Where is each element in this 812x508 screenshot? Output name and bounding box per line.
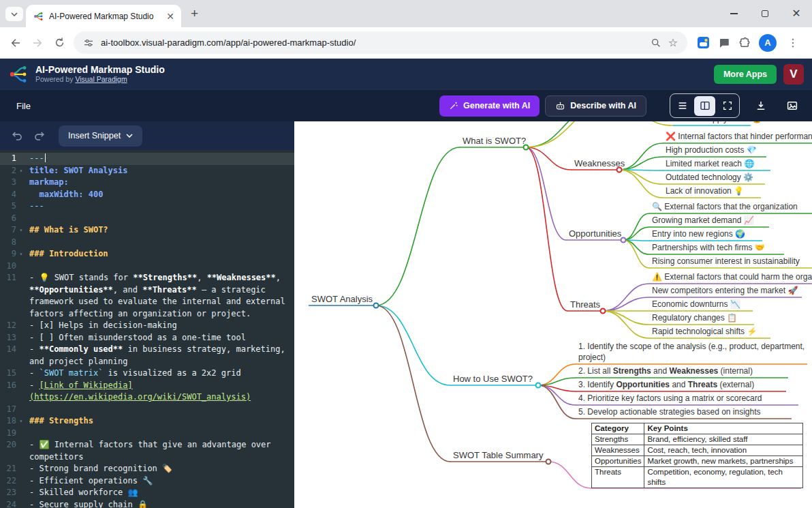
editor-line[interactable]: 9▾### Introduction bbox=[0, 248, 294, 260]
extensions-puzzle-icon[interactable] bbox=[738, 37, 751, 49]
mindmap-canvas[interactable]: SWOT AnalysisWhat is SWOT?WeaknessesOppo… bbox=[294, 121, 812, 508]
browser-tab[interactable]: AI-Powered Markmap Studio ✕ bbox=[26, 5, 181, 27]
editor-line-content[interactable] bbox=[26, 213, 286, 225]
mindmap-root[interactable]: SWOT Analysis bbox=[311, 294, 373, 305]
editor-line[interactable]: 17 bbox=[0, 404, 294, 416]
insert-snippet-button[interactable]: Insert Snippet bbox=[59, 125, 142, 147]
redo-button[interactable] bbox=[31, 128, 46, 143]
editor-line-content[interactable]: maxWidth: 400 bbox=[26, 189, 286, 201]
site-settings-icon[interactable] bbox=[83, 38, 94, 48]
tab-close-icon[interactable]: ✕ bbox=[166, 11, 174, 22]
fold-arrow-icon[interactable]: ▾ bbox=[16, 248, 26, 260]
mindmap-leaf[interactable]: 3. Identify Opportunities and Threats (e… bbox=[578, 380, 754, 391]
extension-icon[interactable] bbox=[697, 36, 710, 49]
close-button[interactable]: ✕ bbox=[781, 0, 812, 27]
editor-line[interactable]: 8 bbox=[0, 237, 294, 249]
split-view-button[interactable] bbox=[694, 96, 715, 116]
editor-line[interactable]: 5--- bbox=[0, 200, 294, 213]
editor-line-content[interactable]: ### Introduction bbox=[26, 248, 286, 260]
mindmap-leaf[interactable]: Regulatory changes 📋 bbox=[652, 313, 737, 324]
visual-paradigm-link[interactable]: Visual Paradigm bbox=[75, 75, 127, 83]
mindmap-leaf[interactable]: Growing market demand 📈 bbox=[652, 215, 754, 226]
more-apps-button[interactable]: More Apps bbox=[714, 65, 777, 84]
back-button[interactable] bbox=[8, 35, 23, 50]
editor-line-content[interactable]: - **Commonly used** in business strategy… bbox=[26, 344, 286, 368]
fullscreen-button[interactable] bbox=[717, 96, 738, 116]
editor-line[interactable]: 15- `SWOT matrix` is visualized as a 2x2… bbox=[0, 368, 294, 380]
undo-button[interactable] bbox=[10, 128, 25, 143]
node-toggle-dot[interactable] bbox=[374, 303, 379, 308]
editor-line[interactable]: 19 bbox=[0, 428, 294, 440]
editor-line[interactable]: 23- Skilled workforce 👥 bbox=[0, 487, 294, 499]
editor-line[interactable]: 24- Secure supply chain 🔒 bbox=[0, 499, 294, 508]
outline-view-button[interactable] bbox=[672, 96, 693, 116]
mindmap-leaf[interactable]: Entry into new regions 🌍 bbox=[652, 229, 745, 240]
fold-arrow-icon[interactable]: ▾ bbox=[16, 165, 26, 177]
omnibox[interactable]: ai-toolbox.visual-paradigm.com/app/ai-po… bbox=[74, 31, 687, 54]
mindmap-branch-table-summary[interactable]: SWOT Table Summary bbox=[453, 450, 543, 461]
mindmap-leaf[interactable]: 2. List all Strengths and Weaknesses (in… bbox=[578, 366, 753, 377]
bookmark-star-icon[interactable]: ☆ bbox=[668, 36, 678, 49]
editor-line-content[interactable]: - Skilled workforce 👥 bbox=[26, 487, 286, 499]
mindmap-branch-threats[interactable]: Threats bbox=[570, 299, 600, 310]
mindmap-leaf[interactable]: Partnerships with tech firms 🤝 bbox=[652, 243, 765, 254]
mindmap-leaf[interactable]: ❌ Internal factors that hinder performan… bbox=[666, 132, 812, 143]
editor-line-content[interactable] bbox=[26, 428, 286, 440]
mindmap-leaf[interactable]: 🔍 External factors that the organization bbox=[652, 202, 798, 213]
minimize-button[interactable] bbox=[718, 0, 749, 27]
maximize-button[interactable] bbox=[749, 0, 781, 27]
editor-line[interactable]: 3markmap: bbox=[0, 177, 294, 189]
editor-line-content[interactable] bbox=[26, 237, 286, 249]
editor-line[interactable]: 4 maxWidth: 400 bbox=[0, 189, 294, 201]
export-image-button[interactable] bbox=[782, 95, 802, 116]
editor-line-content[interactable]: - [x] Helps in decision-making bbox=[26, 320, 286, 332]
mindmap-leaf[interactable]: Outdated technology ⚙️ bbox=[666, 173, 753, 183]
mindmap-leaf[interactable]: Limited market reach 🌐 bbox=[666, 159, 754, 170]
download-button[interactable] bbox=[751, 95, 771, 116]
profile-avatar[interactable]: A bbox=[759, 34, 777, 52]
editor-line-content[interactable]: - [ ] Often misunderstood as a one-time … bbox=[26, 332, 286, 344]
mindmap-leaf[interactable]: Rising consumer interest in sustainabili… bbox=[652, 256, 800, 267]
fold-arrow-icon[interactable]: ▾ bbox=[16, 224, 26, 237]
editor-line[interactable]: 10 bbox=[0, 260, 294, 273]
editor-line-content[interactable]: --- bbox=[26, 153, 286, 165]
editor-line-content[interactable]: - `SWOT matrix` is visualized as a 2x2 g… bbox=[26, 368, 286, 380]
editor-line[interactable]: 7▾## What is SWOT? bbox=[0, 224, 294, 237]
browser-menu-icon[interactable]: ⋮ bbox=[785, 36, 801, 49]
editor-line[interactable]: 6 bbox=[0, 213, 294, 225]
mindmap-leaf[interactable]: ⚠️ External factors that could harm the … bbox=[652, 272, 812, 283]
mindmap-leaf[interactable]: Lack of innovation 💡 bbox=[666, 186, 744, 197]
editor-line[interactable]: 12- [x] Helps in decision-making bbox=[0, 320, 294, 332]
chat-bubble-icon[interactable] bbox=[718, 37, 730, 49]
mindmap-branch-how-to-use[interactable]: How to Use SWOT? bbox=[453, 374, 533, 385]
reload-button[interactable] bbox=[52, 35, 67, 50]
describe-with-ai-button[interactable]: Describe with AI bbox=[545, 95, 646, 117]
editor-line-content[interactable]: - Strong brand recognition 🏷️ bbox=[26, 463, 286, 475]
mindmap-leaf[interactable]: New competitors entering the market 🚀 bbox=[652, 286, 798, 297]
mindmap-branch-what-is-swot[interactable]: What is SWOT? bbox=[463, 136, 526, 147]
swot-summary-table[interactable]: Category Key Points Strengths Brand, eff… bbox=[591, 423, 803, 488]
editor-line-content[interactable] bbox=[26, 260, 286, 273]
mindmap-leaf[interactable]: High production costs 💎 bbox=[666, 145, 757, 156]
editor-line[interactable]: 21- Strong brand recognition 🏷️ bbox=[0, 463, 294, 475]
new-tab-button[interactable]: + bbox=[191, 6, 198, 21]
editor-line-content[interactable] bbox=[26, 404, 286, 416]
editor-line-content[interactable]: markmap: bbox=[26, 177, 286, 189]
node-toggle-dot[interactable] bbox=[536, 383, 541, 388]
editor-line[interactable]: 14- **Commonly used** in business strate… bbox=[0, 344, 294, 368]
vp-logo-badge[interactable]: V bbox=[783, 64, 804, 85]
node-toggle-dot[interactable] bbox=[601, 309, 606, 314]
generate-with-ai-button[interactable]: Generate with AI bbox=[439, 95, 540, 117]
editor-line[interactable]: 1--- bbox=[0, 153, 294, 165]
forward-button[interactable] bbox=[30, 35, 45, 50]
editor-line[interactable]: 2▾title: SWOT Analysis bbox=[0, 165, 294, 177]
zoom-icon[interactable] bbox=[651, 38, 661, 48]
editor-line-content[interactable]: ### Strengths bbox=[26, 415, 286, 428]
url-text[interactable]: ai-toolbox.visual-paradigm.com/app/ai-po… bbox=[101, 38, 644, 48]
mindmap-leaf[interactable]: Secure supply chain 🔒 bbox=[676, 121, 762, 125]
editor-line[interactable]: 13- [ ] Often misunderstood as a one-tim… bbox=[0, 332, 294, 344]
editor-line-content[interactable]: ## What is SWOT? bbox=[26, 224, 286, 237]
mindmap-branch-opportunities[interactable]: Opportunities bbox=[569, 228, 621, 239]
editor-line-content[interactable]: --- bbox=[26, 200, 286, 213]
editor-line[interactable]: 20- ✅ Internal factors that give an adva… bbox=[0, 439, 294, 463]
